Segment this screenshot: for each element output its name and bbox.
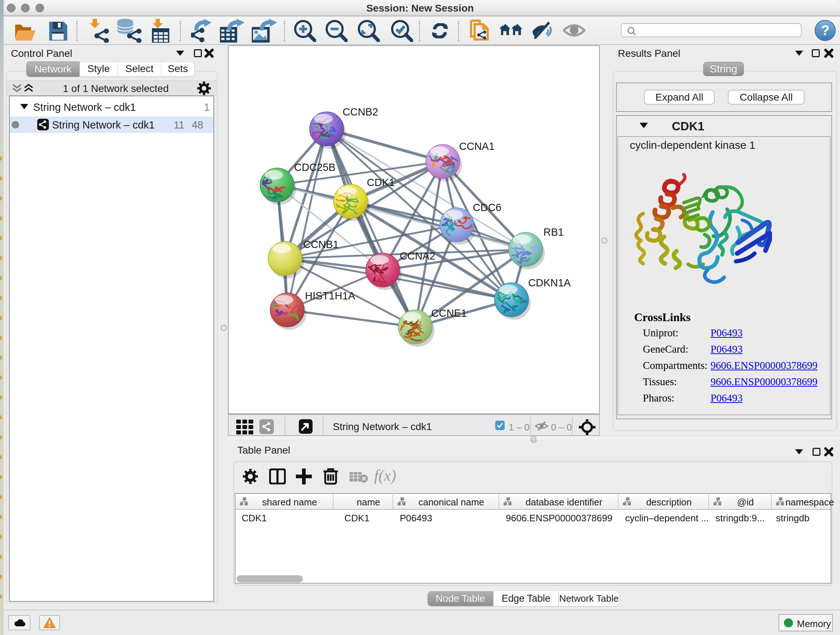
svg-text:CDK1: CDK1 — [367, 177, 395, 188]
svg-text:CCNB1: CCNB1 — [303, 239, 339, 250]
svg-text:HIST1H1A: HIST1H1A — [305, 290, 355, 302]
svg-text:RB1: RB1 — [543, 226, 564, 238]
svg-text:CCNA2: CCNA2 — [400, 250, 435, 262]
svg-text:CDC6: CDC6 — [473, 202, 501, 213]
svg-text:CCNA1: CCNA1 — [459, 141, 494, 152]
svg-text:CCNB2: CCNB2 — [343, 106, 378, 118]
svg-text:CDKN1A: CDKN1A — [528, 277, 571, 288]
svg-text:CCNE1: CCNE1 — [431, 307, 467, 319]
svg-text:CDC25B: CDC25B — [294, 162, 335, 173]
